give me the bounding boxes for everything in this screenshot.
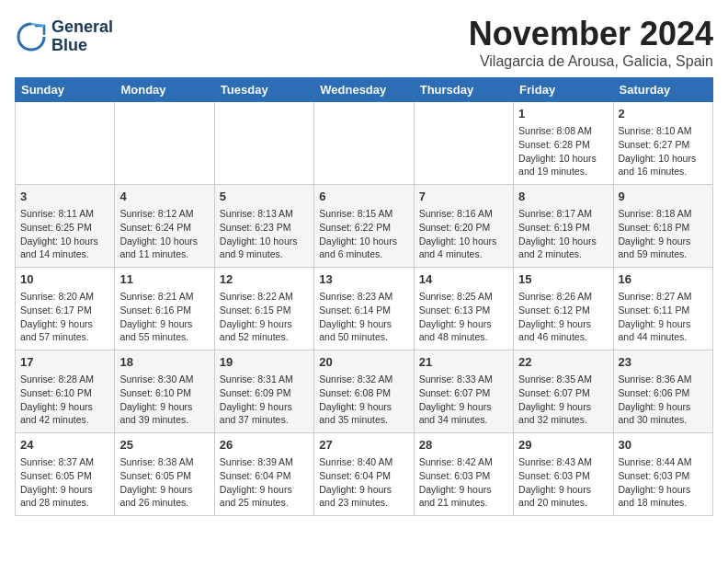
calendar-cell: 7Sunrise: 8:16 AM Sunset: 6:20 PM Daylig… bbox=[414, 185, 513, 268]
calendar-cell: 13Sunrise: 8:23 AM Sunset: 6:14 PM Dayli… bbox=[314, 268, 414, 350]
calendar-cell: 21Sunrise: 8:33 AM Sunset: 6:07 PM Dayli… bbox=[414, 350, 513, 433]
day-info: Sunrise: 8:17 AM Sunset: 6:19 PM Dayligh… bbox=[518, 207, 608, 261]
calendar-cell bbox=[214, 102, 313, 185]
calendar-cell: 27Sunrise: 8:40 AM Sunset: 6:04 PM Dayli… bbox=[314, 433, 414, 516]
logo-line1: General bbox=[51, 18, 113, 37]
day-number: 16 bbox=[619, 271, 708, 288]
calendar-cell: 17Sunrise: 8:28 AM Sunset: 6:10 PM Dayli… bbox=[16, 350, 115, 433]
day-info: Sunrise: 8:33 AM Sunset: 6:07 PM Dayligh… bbox=[419, 373, 508, 427]
day-number: 19 bbox=[220, 354, 309, 371]
day-info: Sunrise: 8:08 AM Sunset: 6:28 PM Dayligh… bbox=[518, 124, 608, 178]
calendar-body: 1Sunrise: 8:08 AM Sunset: 6:28 PM Daylig… bbox=[16, 102, 713, 516]
calendar-cell: 3Sunrise: 8:11 AM Sunset: 6:25 PM Daylig… bbox=[16, 185, 115, 268]
calendar-week-row: 1Sunrise: 8:08 AM Sunset: 6:28 PM Daylig… bbox=[16, 102, 713, 185]
day-number: 21 bbox=[419, 354, 508, 371]
calendar-cell: 11Sunrise: 8:21 AM Sunset: 6:16 PM Dayli… bbox=[115, 268, 214, 350]
calendar-cell: 28Sunrise: 8:42 AM Sunset: 6:03 PM Dayli… bbox=[414, 433, 513, 516]
day-number: 30 bbox=[619, 437, 708, 454]
title-area: November 2024 Vilagarcia de Arousa, Gali… bbox=[469, 15, 713, 70]
day-number: 12 bbox=[220, 271, 309, 288]
day-info: Sunrise: 8:44 AM Sunset: 6:03 PM Dayligh… bbox=[619, 455, 708, 510]
day-info: Sunrise: 8:31 AM Sunset: 6:09 PM Dayligh… bbox=[220, 373, 309, 427]
day-number: 15 bbox=[518, 271, 608, 288]
day-number: 9 bbox=[619, 189, 708, 205]
calendar-cell bbox=[16, 102, 115, 185]
calendar-cell: 20Sunrise: 8:32 AM Sunset: 6:08 PM Dayli… bbox=[314, 350, 414, 433]
day-info: Sunrise: 8:11 AM Sunset: 6:25 PM Dayligh… bbox=[20, 207, 109, 261]
day-info: Sunrise: 8:25 AM Sunset: 6:13 PM Dayligh… bbox=[419, 290, 508, 344]
calendar-cell: 30Sunrise: 8:44 AM Sunset: 6:03 PM Dayli… bbox=[613, 433, 712, 516]
calendar-cell: 4Sunrise: 8:12 AM Sunset: 6:24 PM Daylig… bbox=[115, 185, 214, 268]
location-title: Vilagarcia de Arousa, Galicia, Spain bbox=[469, 53, 713, 70]
calendar-week-row: 3Sunrise: 8:11 AM Sunset: 6:25 PM Daylig… bbox=[16, 185, 713, 268]
day-info: Sunrise: 8:18 AM Sunset: 6:18 PM Dayligh… bbox=[619, 207, 708, 261]
column-header-monday: Monday bbox=[115, 78, 214, 102]
day-number: 18 bbox=[119, 354, 209, 371]
day-info: Sunrise: 8:23 AM Sunset: 6:14 PM Dayligh… bbox=[319, 290, 408, 344]
day-info: Sunrise: 8:35 AM Sunset: 6:07 PM Dayligh… bbox=[518, 373, 608, 427]
day-info: Sunrise: 8:39 AM Sunset: 6:04 PM Dayligh… bbox=[220, 455, 309, 510]
calendar-week-row: 17Sunrise: 8:28 AM Sunset: 6:10 PM Dayli… bbox=[16, 350, 713, 433]
column-header-saturday: Saturday bbox=[613, 78, 712, 102]
column-header-thursday: Thursday bbox=[414, 78, 513, 102]
day-number: 27 bbox=[319, 437, 408, 454]
calendar-cell: 1Sunrise: 8:08 AM Sunset: 6:28 PM Daylig… bbox=[514, 102, 613, 185]
day-number: 5 bbox=[220, 189, 309, 205]
day-number: 8 bbox=[518, 189, 608, 205]
logo: General Blue bbox=[15, 18, 113, 55]
day-info: Sunrise: 8:37 AM Sunset: 6:05 PM Dayligh… bbox=[20, 455, 109, 510]
day-info: Sunrise: 8:28 AM Sunset: 6:10 PM Dayligh… bbox=[20, 373, 109, 427]
day-number: 25 bbox=[119, 437, 209, 454]
day-info: Sunrise: 8:43 AM Sunset: 6:03 PM Dayligh… bbox=[518, 455, 608, 510]
day-number: 7 bbox=[419, 189, 508, 205]
day-number: 6 bbox=[319, 189, 408, 205]
day-number: 28 bbox=[419, 437, 508, 454]
day-info: Sunrise: 8:15 AM Sunset: 6:22 PM Dayligh… bbox=[319, 207, 408, 261]
day-info: Sunrise: 8:32 AM Sunset: 6:08 PM Dayligh… bbox=[319, 373, 408, 427]
column-header-friday: Friday bbox=[514, 78, 613, 102]
day-info: Sunrise: 8:16 AM Sunset: 6:20 PM Dayligh… bbox=[419, 207, 508, 261]
day-info: Sunrise: 8:26 AM Sunset: 6:12 PM Dayligh… bbox=[518, 290, 608, 344]
calendar-cell: 12Sunrise: 8:22 AM Sunset: 6:15 PM Dayli… bbox=[214, 268, 313, 350]
calendar-cell: 18Sunrise: 8:30 AM Sunset: 6:10 PM Dayli… bbox=[115, 350, 214, 433]
day-info: Sunrise: 8:13 AM Sunset: 6:23 PM Dayligh… bbox=[220, 207, 309, 261]
logo-line2: Blue bbox=[51, 37, 113, 55]
calendar-cell bbox=[314, 102, 414, 185]
day-number: 22 bbox=[518, 354, 608, 371]
calendar-cell: 16Sunrise: 8:27 AM Sunset: 6:11 PM Dayli… bbox=[613, 268, 712, 350]
day-info: Sunrise: 8:20 AM Sunset: 6:17 PM Dayligh… bbox=[20, 290, 109, 344]
calendar-cell: 14Sunrise: 8:25 AM Sunset: 6:13 PM Dayli… bbox=[414, 268, 513, 350]
calendar-cell: 15Sunrise: 8:26 AM Sunset: 6:12 PM Dayli… bbox=[514, 268, 613, 350]
calendar-table: SundayMondayTuesdayWednesdayThursdayFrid… bbox=[15, 77, 713, 516]
day-info: Sunrise: 8:10 AM Sunset: 6:27 PM Dayligh… bbox=[619, 124, 708, 178]
day-number: 11 bbox=[119, 271, 209, 288]
calendar-cell: 25Sunrise: 8:38 AM Sunset: 6:05 PM Dayli… bbox=[115, 433, 214, 516]
day-number: 14 bbox=[419, 271, 508, 288]
calendar-cell: 5Sunrise: 8:13 AM Sunset: 6:23 PM Daylig… bbox=[214, 185, 313, 268]
day-info: Sunrise: 8:22 AM Sunset: 6:15 PM Dayligh… bbox=[220, 290, 309, 344]
day-number: 26 bbox=[220, 437, 309, 454]
calendar-cell: 2Sunrise: 8:10 AM Sunset: 6:27 PM Daylig… bbox=[613, 102, 712, 185]
calendar-cell: 19Sunrise: 8:31 AM Sunset: 6:09 PM Dayli… bbox=[214, 350, 313, 433]
day-number: 3 bbox=[20, 189, 109, 205]
calendar-cell: 22Sunrise: 8:35 AM Sunset: 6:07 PM Dayli… bbox=[514, 350, 613, 433]
column-header-wednesday: Wednesday bbox=[314, 78, 414, 102]
day-number: 4 bbox=[119, 189, 209, 205]
day-info: Sunrise: 8:38 AM Sunset: 6:05 PM Dayligh… bbox=[119, 455, 209, 510]
day-info: Sunrise: 8:27 AM Sunset: 6:11 PM Dayligh… bbox=[619, 290, 708, 344]
day-number: 10 bbox=[20, 271, 109, 288]
calendar-cell: 24Sunrise: 8:37 AM Sunset: 6:05 PM Dayli… bbox=[16, 433, 115, 516]
day-number: 1 bbox=[518, 106, 608, 122]
day-info: Sunrise: 8:30 AM Sunset: 6:10 PM Dayligh… bbox=[119, 373, 209, 427]
calendar-cell: 6Sunrise: 8:15 AM Sunset: 6:22 PM Daylig… bbox=[314, 185, 414, 268]
day-info: Sunrise: 8:42 AM Sunset: 6:03 PM Dayligh… bbox=[419, 455, 508, 510]
day-number: 17 bbox=[20, 354, 109, 371]
calendar-week-row: 10Sunrise: 8:20 AM Sunset: 6:17 PM Dayli… bbox=[16, 268, 713, 350]
day-number: 20 bbox=[319, 354, 408, 371]
calendar-cell: 10Sunrise: 8:20 AM Sunset: 6:17 PM Dayli… bbox=[16, 268, 115, 350]
calendar-header-row: SundayMondayTuesdayWednesdayThursdayFrid… bbox=[16, 78, 713, 102]
logo-text: General Blue bbox=[51, 18, 113, 55]
calendar-cell bbox=[115, 102, 214, 185]
day-number: 23 bbox=[619, 354, 708, 371]
day-info: Sunrise: 8:40 AM Sunset: 6:04 PM Dayligh… bbox=[319, 455, 408, 510]
